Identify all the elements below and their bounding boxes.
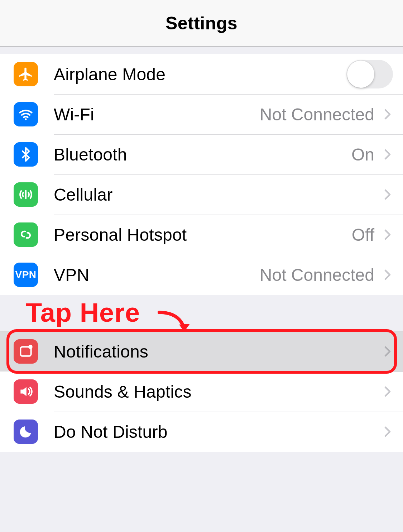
- sounds-icon: [14, 379, 38, 404]
- vpn-value: Not Connected: [260, 265, 374, 285]
- cellular-label: Cellular: [54, 185, 378, 205]
- svg-point-2: [28, 345, 33, 349]
- airplane-mode-label: Airplane Mode: [54, 64, 346, 84]
- do-not-disturb-label: Do Not Disturb: [54, 422, 378, 442]
- airplane-mode-row[interactable]: Airplane Mode: [0, 54, 403, 94]
- group-gap: Tap Here: [0, 295, 403, 331]
- wifi-value: Not Connected: [260, 105, 374, 124]
- chevron-right-icon: [382, 149, 393, 160]
- settings-group-connectivity: Airplane Mode Wi-Fi Not Connected Blueto…: [0, 54, 403, 295]
- page-title: Settings: [165, 13, 238, 34]
- dnd-icon: [14, 420, 38, 444]
- chevron-right-icon: [382, 346, 393, 357]
- toggle-knob: [347, 61, 374, 88]
- airplane-mode-toggle[interactable]: [346, 60, 393, 88]
- notifications-row[interactable]: Notifications: [0, 331, 403, 372]
- bluetooth-value: On: [351, 145, 374, 164]
- bluetooth-label: Bluetooth: [54, 145, 351, 164]
- hotspot-icon: [14, 222, 38, 247]
- settings-header: Settings: [0, 0, 403, 47]
- chevron-right-icon: [382, 269, 393, 280]
- svg-point-0: [25, 118, 27, 120]
- airplane-icon: [14, 62, 38, 86]
- bluetooth-row[interactable]: Bluetooth On: [0, 134, 403, 174]
- chevron-right-icon: [382, 229, 393, 240]
- bluetooth-icon: [14, 142, 38, 167]
- vpn-label: VPN: [54, 265, 260, 285]
- annotation-arrow-icon: [158, 306, 193, 335]
- wifi-row[interactable]: Wi-Fi Not Connected: [0, 94, 403, 134]
- chevron-right-icon: [382, 426, 393, 437]
- notifications-label: Notifications: [54, 342, 378, 361]
- sounds-haptics-label: Sounds & Haptics: [54, 382, 378, 402]
- vpn-icon: VPN: [14, 263, 38, 287]
- personal-hotspot-row[interactable]: Personal Hotspot Off: [0, 215, 403, 255]
- group-gap-top: [0, 47, 403, 54]
- chevron-right-icon: [382, 109, 393, 120]
- personal-hotspot-label: Personal Hotspot: [54, 225, 352, 245]
- notifications-icon: [14, 339, 38, 364]
- wifi-icon: [14, 102, 38, 126]
- cellular-row[interactable]: Cellular: [0, 174, 403, 215]
- chevron-right-icon: [382, 386, 393, 397]
- personal-hotspot-value: Off: [352, 225, 374, 245]
- vpn-icon-text: VPN: [15, 269, 36, 281]
- do-not-disturb-row[interactable]: Do Not Disturb: [0, 412, 403, 452]
- chevron-right-icon: [382, 189, 393, 200]
- sounds-haptics-row[interactable]: Sounds & Haptics: [0, 372, 403, 412]
- cellular-icon: [14, 182, 38, 207]
- vpn-row[interactable]: VPN VPN Not Connected: [0, 255, 403, 295]
- annotation-text: Tap Here: [26, 297, 140, 328]
- settings-group-alerts: Notifications Sounds & Haptics Do Not Di…: [0, 331, 403, 452]
- wifi-label: Wi-Fi: [54, 105, 260, 124]
